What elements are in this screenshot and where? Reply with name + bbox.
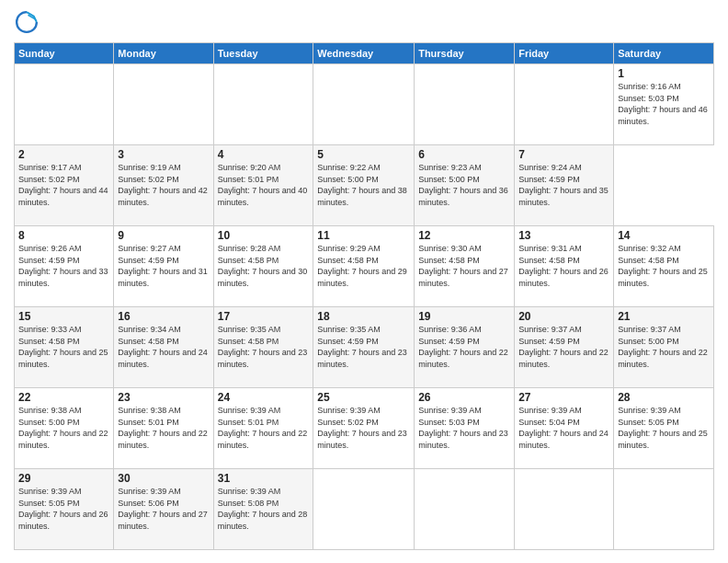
calendar-cell: 3Sunrise: 9:19 AMSunset: 5:02 PMDaylight…	[114, 145, 213, 226]
calendar-cell: 10Sunrise: 9:28 AMSunset: 4:58 PMDayligh…	[213, 226, 313, 307]
logo-icon	[14, 9, 40, 35]
day-info: Sunrise: 9:39 AMSunset: 5:05 PMDaylight:…	[618, 405, 710, 451]
calendar-cell: 22Sunrise: 9:38 AMSunset: 5:00 PMDayligh…	[15, 388, 114, 469]
day-info: Sunrise: 9:29 AMSunset: 4:58 PMDaylight:…	[317, 243, 410, 289]
day-info: Sunrise: 9:27 AMSunset: 4:59 PMDaylight:…	[118, 243, 209, 289]
day-number: 22	[18, 391, 109, 404]
calendar-cell	[213, 64, 313, 145]
calendar-cell	[415, 64, 515, 145]
col-wednesday: Wednesday	[313, 43, 415, 64]
calendar-cell: 7Sunrise: 9:24 AMSunset: 4:59 PMDaylight…	[515, 145, 614, 226]
calendar-cell: 1Sunrise: 9:16 AMSunset: 5:03 PMDaylight…	[614, 64, 714, 145]
calendar-cell: 30Sunrise: 9:39 AMSunset: 5:06 PMDayligh…	[114, 469, 213, 550]
day-info: Sunrise: 9:17 AMSunset: 5:02 PMDaylight:…	[18, 162, 109, 208]
day-number: 13	[518, 229, 609, 242]
day-number: 2	[18, 148, 109, 161]
day-info: Sunrise: 9:39 AMSunset: 5:04 PMDaylight:…	[518, 405, 609, 451]
day-number: 9	[118, 229, 209, 242]
day-number: 1	[618, 67, 710, 80]
calendar-cell	[313, 469, 415, 550]
day-info: Sunrise: 9:39 AMSunset: 5:03 PMDaylight:…	[418, 405, 510, 451]
day-info: Sunrise: 9:31 AMSunset: 4:58 PMDaylight:…	[518, 243, 609, 289]
calendar-cell: 11Sunrise: 9:29 AMSunset: 4:58 PMDayligh…	[313, 226, 415, 307]
day-number: 12	[418, 229, 510, 242]
col-thursday: Thursday	[415, 43, 515, 64]
day-number: 20	[518, 310, 609, 323]
calendar-cell: 20Sunrise: 9:37 AMSunset: 4:59 PMDayligh…	[515, 307, 614, 388]
day-number: 14	[618, 229, 710, 242]
calendar-cell	[114, 64, 213, 145]
day-number: 19	[418, 310, 510, 323]
day-info: Sunrise: 9:20 AMSunset: 5:01 PMDaylight:…	[218, 162, 310, 208]
day-number: 3	[118, 148, 209, 161]
calendar-cell: 26Sunrise: 9:39 AMSunset: 5:03 PMDayligh…	[415, 388, 515, 469]
calendar-cell: 24Sunrise: 9:39 AMSunset: 5:01 PMDayligh…	[213, 388, 313, 469]
day-info: Sunrise: 9:39 AMSunset: 5:08 PMDaylight:…	[218, 486, 310, 532]
day-info: Sunrise: 9:26 AMSunset: 4:59 PMDaylight:…	[18, 243, 109, 289]
calendar-cell	[15, 64, 114, 145]
calendar-week-2: 8Sunrise: 9:26 AMSunset: 4:59 PMDaylight…	[15, 226, 714, 307]
day-info: Sunrise: 9:34 AMSunset: 4:58 PMDaylight:…	[118, 324, 209, 370]
calendar-page: Sunday Monday Tuesday Wednesday Thursday…	[0, 0, 728, 563]
calendar-cell: 9Sunrise: 9:27 AMSunset: 4:59 PMDaylight…	[114, 226, 213, 307]
day-info: Sunrise: 9:35 AMSunset: 4:59 PMDaylight:…	[317, 324, 410, 370]
calendar-cell: 25Sunrise: 9:39 AMSunset: 5:02 PMDayligh…	[313, 388, 415, 469]
calendar-cell: 13Sunrise: 9:31 AMSunset: 4:58 PMDayligh…	[515, 226, 614, 307]
day-info: Sunrise: 9:38 AMSunset: 5:00 PMDaylight:…	[18, 405, 109, 451]
day-info: Sunrise: 9:28 AMSunset: 4:58 PMDaylight:…	[218, 243, 310, 289]
day-number: 24	[218, 391, 310, 404]
day-info: Sunrise: 9:23 AMSunset: 5:00 PMDaylight:…	[418, 162, 510, 208]
day-info: Sunrise: 9:38 AMSunset: 5:01 PMDaylight:…	[118, 405, 209, 451]
day-number: 31	[218, 472, 310, 485]
calendar-week-4: 22Sunrise: 9:38 AMSunset: 5:00 PMDayligh…	[15, 388, 714, 469]
day-number: 5	[317, 148, 410, 161]
day-info: Sunrise: 9:19 AMSunset: 5:02 PMDaylight:…	[118, 162, 209, 208]
header	[14, 9, 714, 35]
day-number: 15	[18, 310, 109, 323]
calendar-cell: 2Sunrise: 9:17 AMSunset: 5:02 PMDaylight…	[15, 145, 114, 226]
col-sunday: Sunday	[15, 43, 114, 64]
day-number: 4	[218, 148, 310, 161]
col-tuesday: Tuesday	[213, 43, 313, 64]
day-info: Sunrise: 9:35 AMSunset: 4:58 PMDaylight:…	[218, 324, 310, 370]
day-number: 17	[218, 310, 310, 323]
day-info: Sunrise: 9:39 AMSunset: 5:05 PMDaylight:…	[18, 486, 109, 532]
day-info: Sunrise: 9:36 AMSunset: 4:59 PMDaylight:…	[418, 324, 510, 370]
day-number: 8	[18, 229, 109, 242]
calendar-cell: 23Sunrise: 9:38 AMSunset: 5:01 PMDayligh…	[114, 388, 213, 469]
day-info: Sunrise: 9:37 AMSunset: 5:00 PMDaylight:…	[618, 324, 710, 370]
calendar-cell	[614, 469, 714, 550]
calendar-cell: 4Sunrise: 9:20 AMSunset: 5:01 PMDaylight…	[213, 145, 313, 226]
day-info: Sunrise: 9:39 AMSunset: 5:01 PMDaylight:…	[218, 405, 310, 451]
calendar-cell: 31Sunrise: 9:39 AMSunset: 5:08 PMDayligh…	[213, 469, 313, 550]
day-number: 11	[317, 229, 410, 242]
day-info: Sunrise: 9:33 AMSunset: 4:58 PMDaylight:…	[18, 324, 109, 370]
calendar-cell	[313, 64, 415, 145]
day-info: Sunrise: 9:32 AMSunset: 4:58 PMDaylight:…	[618, 243, 710, 289]
calendar-cell: 29Sunrise: 9:39 AMSunset: 5:05 PMDayligh…	[15, 469, 114, 550]
day-number: 28	[618, 391, 710, 404]
day-number: 6	[418, 148, 510, 161]
logo	[14, 9, 43, 35]
day-number: 10	[218, 229, 310, 242]
col-friday: Friday	[515, 43, 614, 64]
calendar-week-0: 1Sunrise: 9:16 AMSunset: 5:03 PMDaylight…	[15, 64, 714, 145]
col-saturday: Saturday	[614, 43, 714, 64]
day-info: Sunrise: 9:39 AMSunset: 5:06 PMDaylight:…	[118, 486, 209, 532]
calendar-week-5: 29Sunrise: 9:39 AMSunset: 5:05 PMDayligh…	[15, 469, 714, 550]
calendar-cell: 28Sunrise: 9:39 AMSunset: 5:05 PMDayligh…	[614, 388, 714, 469]
calendar-week-3: 15Sunrise: 9:33 AMSunset: 4:58 PMDayligh…	[15, 307, 714, 388]
calendar-cell: 17Sunrise: 9:35 AMSunset: 4:58 PMDayligh…	[213, 307, 313, 388]
day-number: 26	[418, 391, 510, 404]
calendar-cell: 8Sunrise: 9:26 AMSunset: 4:59 PMDaylight…	[15, 226, 114, 307]
day-number: 27	[518, 391, 609, 404]
calendar-table: Sunday Monday Tuesday Wednesday Thursday…	[14, 42, 714, 550]
header-row: Sunday Monday Tuesday Wednesday Thursday…	[15, 43, 714, 64]
day-number: 23	[118, 391, 209, 404]
day-info: Sunrise: 9:37 AMSunset: 4:59 PMDaylight:…	[518, 324, 609, 370]
day-info: Sunrise: 9:22 AMSunset: 5:00 PMDaylight:…	[317, 162, 410, 208]
col-monday: Monday	[114, 43, 213, 64]
day-info: Sunrise: 9:24 AMSunset: 4:59 PMDaylight:…	[518, 162, 609, 208]
day-number: 30	[118, 472, 209, 485]
calendar-cell	[515, 64, 614, 145]
